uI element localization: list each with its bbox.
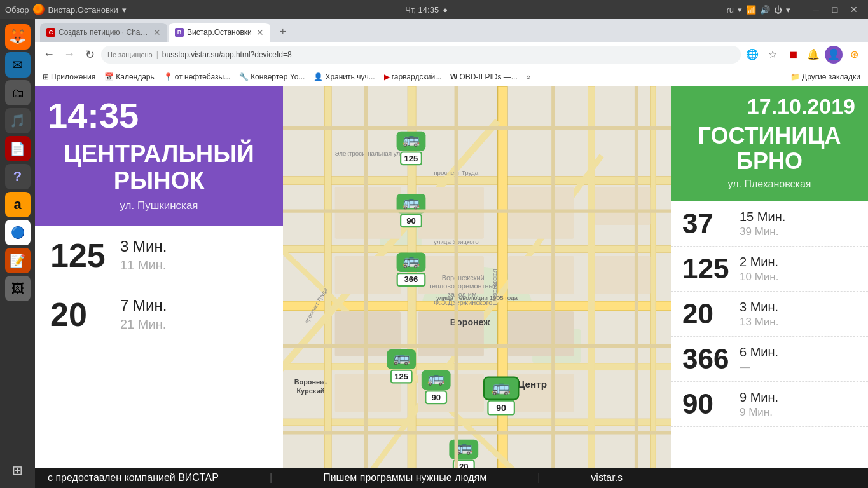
sidebar-icon-mail[interactable]: ✉ [5,52,31,78]
ticker-item-3: vistar.s [591,472,623,484]
route-times-20: 7 Мин. 21 Мин. [120,297,167,332]
nav-bar: ← → ↻ Не защищено | busstop.vistar.su/ap… [35,42,868,67]
menu-dots-button[interactable]: ⊛ [845,46,863,64]
sidebar-icon-help[interactable]: ? [5,164,31,189]
wiki-icon: W [450,72,457,81]
route-number-366r: 366 [682,343,740,375]
route-time-primary: 3 Мин. [120,238,167,255]
close-button[interactable]: ✕ [845,3,863,17]
tab-petition[interactable]: C Создать петицию · Chan... ✕ [40,23,167,42]
left-panel: 14:35 ЦЕНТРАЛЬНЫЙ РЫНОК ул. Пушкинская 1… [35,86,283,488]
svg-rect-29 [595,187,650,225]
tab-vistar[interactable]: В Вистар.Остановки ✕ [169,23,270,42]
ticker-separator-2: | [537,472,540,484]
calendar-icon: 📅 [104,72,114,81]
os-power-icon[interactable]: ⏻ [774,5,782,15]
os-overview-btn[interactable]: Обзор [5,5,29,15]
ticker-item-1: с предоставлен компанией ВИСТАР [48,472,219,484]
route-number-90r: 90 [682,388,740,420]
taskbar-chrome-chevron[interactable]: ▾ [122,5,127,15]
current-date: 17.10.2019 [684,95,855,117]
bookmark-khranit-label: Хранить чуч... [325,72,375,81]
svg-rect-30 [595,256,650,294]
sidebar-icon-files[interactable]: 🗂 [5,80,31,105]
svg-text:Воронежский: Воронежский [442,274,485,281]
svg-text:90: 90 [406,216,416,226]
os-volume-icon: 🔊 [760,5,770,15]
svg-text:Курский: Курский [296,387,324,395]
svg-text:90: 90 [431,393,441,402]
pin-icon: 📍 [163,72,173,81]
svg-text:Электросигнальная улица: Электросигнальная улица [335,150,411,157]
sidebar-icon-amazon[interactable]: a [5,192,31,217]
table-row: 20 7 Мин. 21 Мин. [35,285,283,344]
maximize-button[interactable]: □ [826,3,844,17]
tab-bar: C Создать петицию · Chan... ✕ В Вистар.О… [35,19,868,42]
route-time-primary: 15 Мин. [740,210,785,224]
bookmark-converter[interactable]: 🔧 Конвертер Yo... [237,71,307,83]
left-routes: 125 3 Мин. 11 Мин. 20 7 Мин. 21 Мин. [35,226,283,488]
sidebar-icon-firefox[interactable]: 🦊 [5,24,31,50]
svg-rect-8 [283,419,671,426]
sidebar-icon-chrome[interactable]: 🔵 [5,220,31,245]
url-display: busstop.vistar.su/app.html?deviceId=8 [162,50,292,59]
bookmark-star[interactable]: ☆ [764,46,782,64]
tab-vistar-close[interactable]: ✕ [256,27,264,37]
bookmark-more[interactable]: » [524,71,534,83]
route-number-125: 125 [50,236,120,274]
reload-button[interactable]: ↻ [81,46,99,64]
bookmark-harvard-label: гарвардский... [392,72,441,81]
current-time: 14:35 [48,98,270,133]
table-row: 366 6 Мин. — [671,337,868,382]
address-bar[interactable]: Не защищено | busstop.vistar.su/app.html… [101,46,741,64]
os-taskbar: Обзор Вистар.Остановки ▾ Чт, 14:35 ● ru … [0,0,868,19]
svg-rect-12 [588,86,595,488]
extension-icon[interactable]: ◼ [784,46,802,64]
route-time-primary: 6 Мин. [740,345,778,360]
os-lang[interactable]: ru [726,5,734,15]
os-lang-chevron[interactable]: ▾ [738,5,742,15]
svg-text:🚌: 🚌 [403,130,420,147]
minimize-button[interactable]: ─ [807,3,825,17]
profile-icon[interactable]: 🔔 [804,46,822,64]
not-secure-label: Не защищено [107,51,153,58]
sidebar-icon-text[interactable]: 📄 [5,136,31,161]
bookmark-folder[interactable]: 📁 Другие закладки [788,71,863,83]
user-icon: 👤 [313,72,323,81]
route-time-primary: 2 Мин. [740,255,778,269]
svg-text:тепловозоремонтный: тепловозоремонтный [429,282,497,290]
chrome-taskbar-label[interactable]: Вистар.Остановки [48,5,118,15]
bookmark-harvard[interactable]: ▶ гарвардский... [382,71,444,83]
account-icon[interactable]: 👤 [825,46,843,64]
svg-rect-7 [283,363,671,370]
back-button[interactable]: ← [40,46,58,64]
stop-name-line2: РЫНОК [114,167,205,194]
tab-petition-close[interactable]: ✕ [153,27,161,37]
bookmark-khranit[interactable]: 👤 Хранить чуч... [311,71,377,83]
sidebar-icon-notepad[interactable]: 📝 [5,248,31,273]
table-row: 125 2 Мин. 10 Мин. [671,247,868,292]
bookmark-calendar[interactable]: 📅 Календарь [102,71,157,83]
new-tab-button[interactable]: + [274,23,292,41]
route-time-secondary: 10 Мин. [740,271,778,283]
svg-text:🚌: 🚌 [427,369,445,386]
bookmark-apps[interactable]: ⊞ Приложения [40,71,98,83]
svg-rect-9 [324,86,331,488]
bookmark-neft[interactable]: 📍 от нефтебазы... [161,71,233,83]
svg-rect-5 [283,246,671,253]
sidebar-icon-photos[interactable]: 🖼 [5,276,31,301]
route-number-37: 37 [682,208,740,240]
os-power-chevron[interactable]: ▾ [786,5,790,15]
sidebar-icon-media[interactable]: 🎵 [5,108,31,133]
svg-text:125: 125 [404,154,418,163]
bookmark-neft-label: от нефтебазы... [175,72,230,81]
translate-icon[interactable]: 🌐 [743,46,761,64]
ticker-separator-1: | [270,472,272,484]
svg-text:завод им.: завод им. [448,290,478,298]
sidebar-icon-apps[interactable]: ⊞ [5,458,31,483]
route-time-secondary: — [740,361,778,374]
route-time-secondary: 39 Мин. [740,226,785,238]
forward-button[interactable]: → [60,46,78,64]
bookmark-obd[interactable]: W OBD-II PIDs —... [448,71,520,83]
tab-vistar-label: Вистар.Остановки [187,28,252,37]
